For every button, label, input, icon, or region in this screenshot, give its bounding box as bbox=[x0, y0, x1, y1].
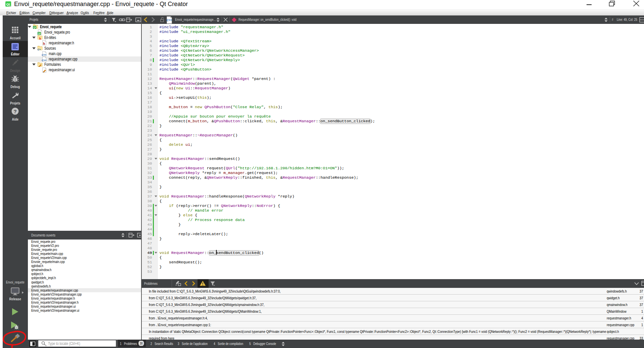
svg-text:Qt: Qt bbox=[6, 2, 10, 6]
svg-text:C++: C++ bbox=[167, 18, 172, 22]
svg-text:C++: C++ bbox=[42, 58, 47, 61]
svg-text:C+: C+ bbox=[38, 48, 41, 50]
svg-text:C++: C++ bbox=[42, 53, 47, 56]
svg-text:h: h bbox=[43, 41, 45, 45]
svg-text:Qt: Qt bbox=[34, 26, 36, 29]
svg-text:h: h bbox=[39, 37, 41, 40]
svg-text:?: ? bbox=[14, 108, 17, 114]
